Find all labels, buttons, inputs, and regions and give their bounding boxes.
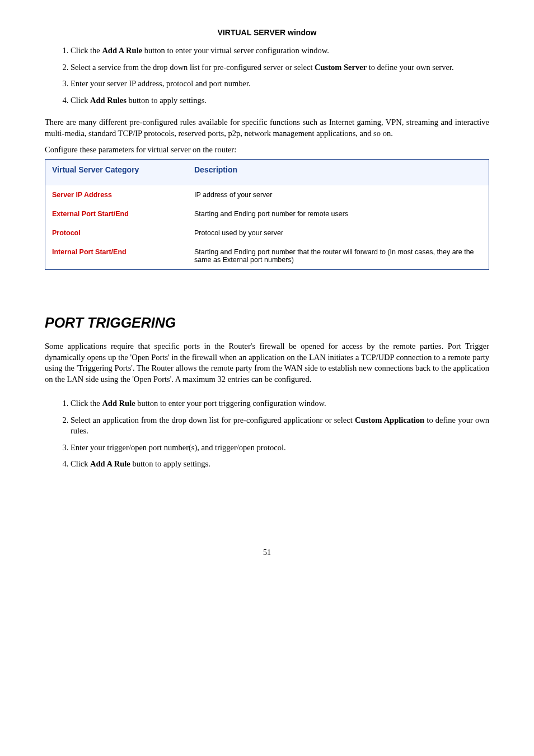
row-int-port-val: Starting and Ending port number that the… bbox=[188, 242, 489, 270]
step2-1: Click the Add Rule button to enter your … bbox=[71, 398, 489, 409]
page-number: 51 bbox=[45, 548, 489, 557]
row-server-ip-val: IP address of your server bbox=[188, 185, 489, 204]
steps-list-1: Click the Add A Rule button to enter you… bbox=[45, 45, 489, 106]
section-port-triggering: PORT TRIGGERING bbox=[45, 315, 489, 331]
step2-2: Select an application from the drop down… bbox=[71, 415, 489, 437]
row-ext-port-val: Starting and Ending port number for remo… bbox=[188, 204, 489, 223]
params-table: Virtual Server Category Description Serv… bbox=[45, 159, 489, 270]
paragraph-rules: There are many different pre-configured … bbox=[45, 117, 489, 139]
row-int-port-key: Internal Port Start/End bbox=[45, 242, 188, 270]
step1-1: Click the Add A Rule button to enter you… bbox=[71, 45, 489, 57]
row-protocol-val: Protocol used by your server bbox=[188, 223, 489, 242]
step2-4: Click Add A Rule button to apply setting… bbox=[71, 459, 489, 470]
row-protocol-key: Protocol bbox=[45, 223, 188, 242]
paragraph-port-trigger: Some applications require that specific … bbox=[45, 341, 489, 385]
virtual-server-heading: VIRTUAL SERVER window bbox=[45, 28, 489, 37]
step2-3: Enter your trigger/open port number(s), … bbox=[71, 442, 489, 454]
row-server-ip-key: Server IP Address bbox=[45, 185, 188, 204]
paragraph-configure: Configure these parameters for virtual s… bbox=[45, 144, 489, 156]
step1-3: Enter your server IP address, protocol a… bbox=[71, 78, 489, 90]
step1-4: Click Add Rules button to apply settings… bbox=[71, 95, 489, 106]
table-header-category: Virtual Server Category bbox=[45, 159, 188, 185]
table-header-description: Description bbox=[188, 159, 489, 185]
row-ext-port-key: External Port Start/End bbox=[45, 204, 188, 223]
step1-2: Select a service from the drop down list… bbox=[71, 62, 489, 73]
steps-list-2: Click the Add Rule button to enter your … bbox=[45, 398, 489, 470]
